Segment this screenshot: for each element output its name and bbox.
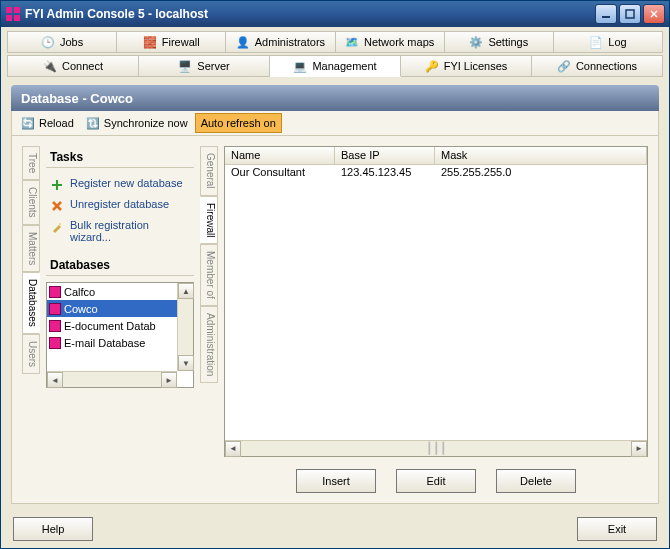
list-item-label: Calfco xyxy=(64,286,95,298)
vtab-firewall[interactable]: Firewall xyxy=(200,196,218,244)
tab-connections[interactable]: 🔗Connections xyxy=(532,55,663,77)
svg-rect-1 xyxy=(14,7,20,13)
task-register[interactable]: Register new database xyxy=(46,174,194,195)
vtab-general[interactable]: General xyxy=(200,146,218,196)
databases-title: Databases xyxy=(50,258,194,272)
database-icon xyxy=(49,303,61,315)
help-button[interactable]: Help xyxy=(13,517,93,541)
scroll-up-icon[interactable]: ▲ xyxy=(178,283,194,299)
scroll-right-icon[interactable]: ► xyxy=(161,372,177,388)
databases-list[interactable]: CalfcoCowcoE-document DatabE-mail Databa… xyxy=(46,282,194,388)
x-icon xyxy=(50,199,64,213)
vtab-member-of[interactable]: Member of xyxy=(200,244,218,306)
firewall-icon: 🧱 xyxy=(143,35,157,49)
col-name[interactable]: Name xyxy=(225,147,335,164)
wizard-icon xyxy=(50,220,64,234)
tab-connect[interactable]: 🔌Connect xyxy=(7,55,139,77)
task-unregister[interactable]: Unregister database xyxy=(46,195,194,216)
delete-button[interactable]: Delete xyxy=(496,469,576,493)
col-mask[interactable]: Mask xyxy=(435,147,647,164)
minimize-button[interactable] xyxy=(595,4,617,24)
divider xyxy=(46,275,194,276)
tab-administrators[interactable]: 👤Administrators xyxy=(226,31,335,53)
server-icon: 🖥️ xyxy=(178,59,192,73)
task-bulk[interactable]: Bulk registration wizard... xyxy=(46,216,194,246)
vtab-matters[interactable]: Matters xyxy=(22,225,40,272)
database-icon xyxy=(49,337,61,349)
grid-horizontal-scrollbar[interactable]: ◄ ┃┃┃ ► xyxy=(225,440,647,456)
list-item-label: E-mail Database xyxy=(64,337,145,349)
network-icon: 🗺️ xyxy=(345,35,359,49)
svg-rect-2 xyxy=(6,15,12,21)
titlebar: FYI Admin Console 5 - localhost xyxy=(1,1,669,27)
plus-icon xyxy=(50,178,64,192)
content: Database - Cowco 🔄Reload 🔃Synchronize no… xyxy=(1,79,669,510)
tasks-group: Tasks Register new database Unregister d… xyxy=(46,150,194,246)
maximize-button[interactable] xyxy=(619,4,641,24)
vtab-databases[interactable]: Databases xyxy=(22,272,40,334)
table-row[interactable]: Our Consultant123.45.123.45255.255.255.0 xyxy=(225,165,647,182)
log-icon: 📄 xyxy=(589,35,603,49)
tab-jobs[interactable]: 🕒Jobs xyxy=(7,31,117,53)
app-icon xyxy=(5,6,21,22)
top-toolbar: 🕒Jobs 🧱Firewall 👤Administrators 🗺️Networ… xyxy=(1,27,669,79)
scroll-left-icon[interactable]: ◄ xyxy=(47,372,63,388)
databases-group: Databases CalfcoCowcoE-document DatabE-m… xyxy=(46,258,194,388)
scroll-left-icon[interactable]: ◄ xyxy=(225,441,241,457)
vtab-clients[interactable]: Clients xyxy=(22,180,40,225)
management-icon: 💻 xyxy=(293,59,307,73)
window: FYI Admin Console 5 - localhost 🕒Jobs 🧱F… xyxy=(0,0,670,549)
admin-icon: 👤 xyxy=(236,35,250,49)
tab-fyi-licenses[interactable]: 🔑FYI Licenses xyxy=(401,55,532,77)
scroll-down-icon[interactable]: ▼ xyxy=(178,355,194,371)
insert-button[interactable]: Insert xyxy=(296,469,376,493)
vtab-users[interactable]: Users xyxy=(22,334,40,374)
svg-rect-4 xyxy=(602,16,610,18)
list-item-label: Cowco xyxy=(64,303,98,315)
database-icon xyxy=(49,286,61,298)
tab-log[interactable]: 📄Log xyxy=(554,31,663,53)
panel-title: Database - Cowco xyxy=(21,91,133,106)
scroll-right-icon[interactable]: ► xyxy=(631,441,647,457)
cell-baseip: 123.45.123.45 xyxy=(335,165,435,182)
grid-header: Name Base IP Mask xyxy=(225,147,647,165)
tab-firewall[interactable]: 🧱Firewall xyxy=(117,31,226,53)
db-vertical-scrollbar[interactable]: ▲ ▼ xyxy=(177,283,193,371)
svg-rect-0 xyxy=(6,7,12,13)
list-item-label: E-document Datab xyxy=(64,320,156,332)
close-button[interactable] xyxy=(643,4,665,24)
vtab-tree[interactable]: Tree xyxy=(22,146,40,180)
right-panel: Name Base IP Mask Our Consultant123.45.1… xyxy=(224,146,648,493)
list-item[interactable]: Calfco xyxy=(47,283,193,300)
svg-rect-5 xyxy=(626,10,634,18)
panel-header: Database - Cowco xyxy=(11,85,659,111)
list-item[interactable]: E-mail Database xyxy=(47,334,193,351)
list-item[interactable]: Cowco xyxy=(47,300,193,317)
main-area: Tree Clients Matters Databases Users Tas… xyxy=(11,136,659,504)
db-horizontal-scrollbar[interactable]: ◄ ► xyxy=(47,371,177,387)
sub-toolbar: 🔄Reload 🔃Synchronize now Auto refresh on xyxy=(11,111,659,136)
clock-icon: 🕒 xyxy=(41,35,55,49)
divider xyxy=(46,167,194,168)
connections-icon: 🔗 xyxy=(557,59,571,73)
reload-button[interactable]: 🔄Reload xyxy=(16,113,79,133)
auto-refresh-button[interactable]: Auto refresh on xyxy=(195,113,282,133)
license-icon: 🔑 xyxy=(425,59,439,73)
tab-management[interactable]: 💻Management xyxy=(270,55,401,77)
col-baseip[interactable]: Base IP xyxy=(335,147,435,164)
edit-button[interactable]: Edit xyxy=(396,469,476,493)
firewall-grid[interactable]: Name Base IP Mask Our Consultant123.45.1… xyxy=(224,146,648,457)
vtab-administration[interactable]: Administration xyxy=(200,306,218,383)
tab-settings[interactable]: ⚙️Settings xyxy=(445,31,554,53)
left-vertical-tabs: Tree Clients Matters Databases Users xyxy=(22,146,40,493)
tab-server[interactable]: 🖥️Server xyxy=(139,55,270,77)
list-item[interactable]: E-document Datab xyxy=(47,317,193,334)
settings-icon: ⚙️ xyxy=(469,35,483,49)
tab-network-maps[interactable]: 🗺️Network maps xyxy=(336,31,445,53)
sync-button[interactable]: 🔃Synchronize now xyxy=(81,113,193,133)
right-vertical-tabs: General Firewall Member of Administratio… xyxy=(200,146,218,493)
left-panel: Tasks Register new database Unregister d… xyxy=(46,146,194,493)
cell-mask: 255.255.255.0 xyxy=(435,165,647,182)
exit-button[interactable]: Exit xyxy=(577,517,657,541)
svg-rect-3 xyxy=(14,15,20,21)
